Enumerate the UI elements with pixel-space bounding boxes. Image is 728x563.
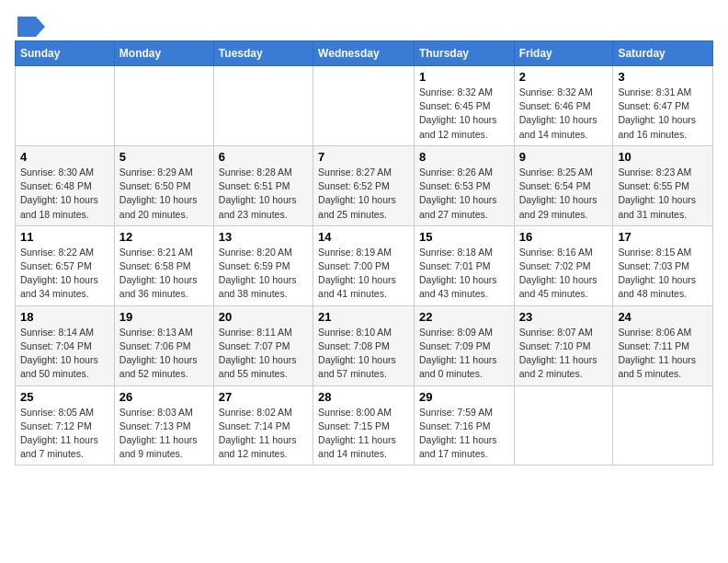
- day-content: Sunrise: 8:26 AM Sunset: 6:53 PM Dayligh…: [419, 166, 509, 222]
- page-header: [15, 15, 713, 33]
- day-content: Sunrise: 8:27 AM Sunset: 6:52 PM Dayligh…: [318, 166, 409, 222]
- calendar-cell: 16Sunrise: 8:16 AM Sunset: 7:02 PM Dayli…: [514, 225, 613, 305]
- calendar-cell: 14Sunrise: 8:19 AM Sunset: 7:00 PM Dayli…: [313, 225, 415, 305]
- day-content: Sunrise: 8:22 AM Sunset: 6:57 PM Dayligh…: [20, 246, 109, 302]
- calendar-cell: 7Sunrise: 8:27 AM Sunset: 6:52 PM Daylig…: [313, 145, 415, 225]
- calendar-cell: 25Sunrise: 8:05 AM Sunset: 7:12 PM Dayli…: [16, 385, 115, 465]
- calendar-cell: 11Sunrise: 8:22 AM Sunset: 6:57 PM Dayli…: [16, 225, 115, 305]
- day-number: 28: [318, 390, 409, 404]
- day-content: Sunrise: 8:10 AM Sunset: 7:08 PM Dayligh…: [318, 326, 409, 382]
- day-content: Sunrise: 8:16 AM Sunset: 7:02 PM Dayligh…: [519, 246, 609, 302]
- day-number: 26: [119, 390, 209, 404]
- calendar-cell: 10Sunrise: 8:23 AM Sunset: 6:55 PM Dayli…: [613, 145, 713, 225]
- day-content: Sunrise: 8:15 AM Sunset: 7:03 PM Dayligh…: [618, 246, 708, 302]
- day-content: Sunrise: 8:30 AM Sunset: 6:48 PM Dayligh…: [20, 166, 109, 222]
- day-number: 18: [20, 310, 109, 324]
- calendar-cell: [213, 66, 313, 146]
- day-number: 12: [119, 230, 209, 244]
- calendar-week-4: 18Sunrise: 8:14 AM Sunset: 7:04 PM Dayli…: [16, 305, 713, 385]
- logo-icon: [17, 17, 45, 37]
- day-content: Sunrise: 8:31 AM Sunset: 6:47 PM Dayligh…: [618, 86, 708, 142]
- calendar-header-tuesday: Tuesday: [213, 41, 313, 66]
- day-number: 10: [618, 150, 708, 164]
- calendar-header-friday: Friday: [514, 41, 613, 66]
- calendar-header-thursday: Thursday: [414, 41, 514, 66]
- calendar-cell: 19Sunrise: 8:13 AM Sunset: 7:06 PM Dayli…: [114, 305, 213, 385]
- day-number: 25: [20, 390, 109, 404]
- day-number: 14: [318, 230, 409, 244]
- calendar-cell: 18Sunrise: 8:14 AM Sunset: 7:04 PM Dayli…: [16, 305, 115, 385]
- calendar-week-1: 1Sunrise: 8:32 AM Sunset: 6:45 PM Daylig…: [16, 66, 713, 146]
- day-number: 17: [618, 230, 708, 244]
- calendar-week-3: 11Sunrise: 8:22 AM Sunset: 6:57 PM Dayli…: [16, 225, 713, 305]
- day-content: Sunrise: 8:19 AM Sunset: 7:00 PM Dayligh…: [318, 246, 409, 302]
- calendar-week-2: 4Sunrise: 8:30 AM Sunset: 6:48 PM Daylig…: [16, 145, 713, 225]
- day-content: Sunrise: 8:32 AM Sunset: 6:45 PM Dayligh…: [419, 86, 509, 142]
- calendar-cell: 23Sunrise: 8:07 AM Sunset: 7:10 PM Dayli…: [514, 305, 613, 385]
- calendar-table: SundayMondayTuesdayWednesdayThursdayFrid…: [15, 40, 713, 465]
- day-content: Sunrise: 8:09 AM Sunset: 7:09 PM Dayligh…: [419, 326, 509, 382]
- day-content: Sunrise: 8:18 AM Sunset: 7:01 PM Dayligh…: [419, 246, 509, 302]
- calendar-cell: 2Sunrise: 8:32 AM Sunset: 6:46 PM Daylig…: [514, 66, 613, 146]
- day-content: Sunrise: 8:23 AM Sunset: 6:55 PM Dayligh…: [618, 166, 708, 222]
- day-content: Sunrise: 8:28 AM Sunset: 6:51 PM Dayligh…: [219, 166, 308, 222]
- calendar-cell: 29Sunrise: 7:59 AM Sunset: 7:16 PM Dayli…: [414, 385, 514, 465]
- calendar-cell: 12Sunrise: 8:21 AM Sunset: 6:58 PM Dayli…: [114, 225, 213, 305]
- day-number: 21: [318, 310, 409, 324]
- day-content: Sunrise: 8:25 AM Sunset: 6:54 PM Dayligh…: [519, 166, 609, 222]
- day-content: Sunrise: 8:13 AM Sunset: 7:06 PM Dayligh…: [119, 326, 209, 382]
- day-number: 11: [20, 230, 109, 244]
- calendar-cell: 28Sunrise: 8:00 AM Sunset: 7:15 PM Dayli…: [313, 385, 415, 465]
- calendar-cell: 22Sunrise: 8:09 AM Sunset: 7:09 PM Dayli…: [414, 305, 514, 385]
- calendar-cell: 20Sunrise: 8:11 AM Sunset: 7:07 PM Dayli…: [213, 305, 313, 385]
- calendar-cell: [514, 385, 613, 465]
- calendar-cell: [313, 66, 415, 146]
- day-content: Sunrise: 8:20 AM Sunset: 6:59 PM Dayligh…: [219, 246, 308, 302]
- day-number: 6: [219, 150, 308, 164]
- day-number: 27: [219, 390, 308, 404]
- day-number: 20: [219, 310, 308, 324]
- calendar-header-sunday: Sunday: [16, 41, 115, 66]
- day-number: 22: [419, 310, 509, 324]
- calendar-cell: 27Sunrise: 8:02 AM Sunset: 7:14 PM Dayli…: [213, 385, 313, 465]
- day-number: 19: [119, 310, 209, 324]
- day-content: Sunrise: 8:00 AM Sunset: 7:15 PM Dayligh…: [318, 406, 409, 462]
- day-number: 9: [519, 150, 609, 164]
- day-number: 8: [419, 150, 509, 164]
- calendar-cell: 6Sunrise: 8:28 AM Sunset: 6:51 PM Daylig…: [213, 145, 313, 225]
- logo: [15, 15, 45, 33]
- day-number: 7: [318, 150, 409, 164]
- day-content: Sunrise: 8:07 AM Sunset: 7:10 PM Dayligh…: [519, 326, 609, 382]
- calendar-cell: [16, 66, 115, 146]
- calendar-cell: 24Sunrise: 8:06 AM Sunset: 7:11 PM Dayli…: [613, 305, 713, 385]
- day-number: 24: [618, 310, 708, 324]
- day-content: Sunrise: 8:11 AM Sunset: 7:07 PM Dayligh…: [219, 326, 308, 382]
- day-number: 23: [519, 310, 609, 324]
- day-number: 3: [618, 70, 708, 84]
- calendar-cell: 17Sunrise: 8:15 AM Sunset: 7:03 PM Dayli…: [613, 225, 713, 305]
- calendar-header-row: SundayMondayTuesdayWednesdayThursdayFrid…: [16, 41, 713, 66]
- day-number: 4: [20, 150, 109, 164]
- calendar-cell: 15Sunrise: 8:18 AM Sunset: 7:01 PM Dayli…: [414, 225, 514, 305]
- day-content: Sunrise: 8:05 AM Sunset: 7:12 PM Dayligh…: [20, 406, 109, 462]
- day-content: Sunrise: 8:02 AM Sunset: 7:14 PM Dayligh…: [219, 406, 308, 462]
- calendar-cell: 3Sunrise: 8:31 AM Sunset: 6:47 PM Daylig…: [613, 66, 713, 146]
- calendar-body: 1Sunrise: 8:32 AM Sunset: 6:45 PM Daylig…: [16, 66, 713, 465]
- day-content: Sunrise: 8:03 AM Sunset: 7:13 PM Dayligh…: [119, 406, 209, 462]
- calendar-cell: 4Sunrise: 8:30 AM Sunset: 6:48 PM Daylig…: [16, 145, 115, 225]
- day-number: 16: [519, 230, 609, 244]
- calendar-cell: 26Sunrise: 8:03 AM Sunset: 7:13 PM Dayli…: [114, 385, 213, 465]
- day-number: 1: [419, 70, 509, 84]
- calendar-cell: 5Sunrise: 8:29 AM Sunset: 6:50 PM Daylig…: [114, 145, 213, 225]
- day-number: 15: [419, 230, 509, 244]
- day-content: Sunrise: 8:32 AM Sunset: 6:46 PM Dayligh…: [519, 86, 609, 142]
- day-number: 5: [119, 150, 209, 164]
- calendar-header-monday: Monday: [114, 41, 213, 66]
- calendar-cell: [114, 66, 213, 146]
- calendar-header-wednesday: Wednesday: [313, 41, 415, 66]
- day-number: 29: [419, 390, 509, 404]
- day-number: 2: [519, 70, 609, 84]
- calendar-cell: 1Sunrise: 8:32 AM Sunset: 6:45 PM Daylig…: [414, 66, 514, 146]
- calendar-cell: 9Sunrise: 8:25 AM Sunset: 6:54 PM Daylig…: [514, 145, 613, 225]
- calendar-cell: 8Sunrise: 8:26 AM Sunset: 6:53 PM Daylig…: [414, 145, 514, 225]
